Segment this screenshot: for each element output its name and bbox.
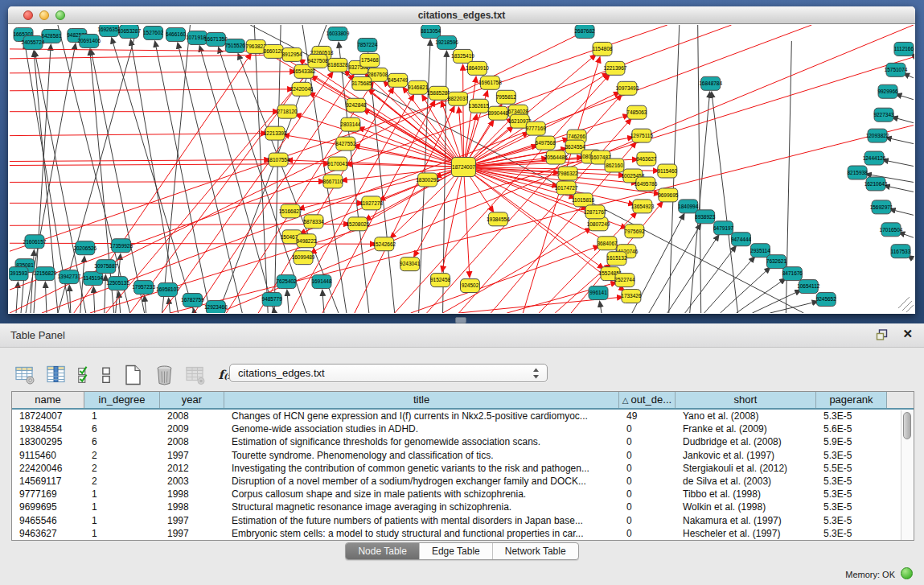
network-node[interactable]: 6466160 xyxy=(166,27,187,41)
network-node[interactable]: 15208026 xyxy=(346,217,369,231)
table-cell[interactable]: Hescheler et al. (1997) xyxy=(676,527,816,540)
table-cell[interactable]: 2008 xyxy=(160,435,224,448)
table-cell[interactable]: 1997 xyxy=(160,514,224,527)
rows-icon[interactable] xyxy=(100,364,113,386)
network-node[interactable]: 1112166 xyxy=(894,42,914,56)
table-cell[interactable]: 2 xyxy=(84,475,160,488)
table-cell[interactable]: 0 xyxy=(619,422,676,435)
network-node[interactable]: 7986322 xyxy=(558,167,579,180)
network-node[interactable]: 8427552 xyxy=(335,137,356,150)
network-node[interactable]: 924502 xyxy=(461,279,480,293)
network-node[interactable]: 10174727 xyxy=(555,181,578,195)
network-node[interactable]: 16958107 xyxy=(156,283,179,297)
network-node[interactable]: 19384554 xyxy=(487,212,510,226)
network-node[interactable]: 13654923 xyxy=(630,200,654,213)
network-node[interactable]: 16961758 xyxy=(478,76,502,89)
network-node[interactable]: 17359928 xyxy=(109,239,133,253)
table-column-icon[interactable] xyxy=(46,364,68,386)
tab-network-table[interactable]: Network Table xyxy=(493,543,578,559)
table-cell[interactable]: Changes of HCN gene expression and I(f) … xyxy=(224,410,619,422)
network-node[interactable]: 1362615 xyxy=(469,99,490,113)
split-pane-divider-handle[interactable] xyxy=(455,317,466,323)
network-node[interactable]: 10807249 xyxy=(587,217,610,231)
network-node[interactable]: 15242662 xyxy=(372,237,396,251)
table-row[interactable]: 1938455462009Genome-wide association stu… xyxy=(12,422,914,435)
table-cell[interactable]: de Silva et al. (2003) xyxy=(676,475,816,488)
column-header-title[interactable]: title xyxy=(224,392,619,408)
table-row[interactable]: 977716911998Corpus callosum shape and si… xyxy=(12,488,914,501)
network-node[interactable]: 15692971 xyxy=(870,200,893,214)
table-cell[interactable]: 5.6E-5 xyxy=(816,422,887,435)
table-cell[interactable]: 0 xyxy=(619,462,676,475)
network-node[interactable]: 8822037 xyxy=(448,92,469,105)
new-table-icon[interactable] xyxy=(122,364,144,386)
network-node[interactable]: 862160 xyxy=(605,159,624,172)
network-node[interactable]: 16848784 xyxy=(699,76,722,90)
table-cell[interactable]: 5.3E-5 xyxy=(816,475,887,488)
column-header-in-degree[interactable]: in_degree xyxy=(84,392,160,408)
network-node[interactable]: 391593 xyxy=(9,267,28,281)
delete-attribute-trash-icon[interactable] xyxy=(154,364,175,386)
network-node[interactable]: 2803144 xyxy=(340,117,361,131)
network-node[interactable]: 18300295 xyxy=(416,173,439,187)
network-node[interactable]: 1527602 xyxy=(143,26,164,39)
network-node[interactable]: 24055724 xyxy=(22,35,45,49)
table-cell[interactable]: 0 xyxy=(619,501,676,513)
network-node[interactable]: 9243041 xyxy=(400,257,421,271)
table-cell[interactable]: 2 xyxy=(84,462,160,475)
network-node[interactable]: 7632621 xyxy=(766,255,787,269)
table-row[interactable]: 911546021997Tourette syndrome. Phenomeno… xyxy=(12,449,914,462)
network-node[interactable]: 7857224 xyxy=(357,38,378,51)
table-cell[interactable]: 18300295 xyxy=(12,435,84,448)
network-node[interactable]: 9170041 xyxy=(327,157,348,171)
table-cell[interactable]: 5.3E-5 xyxy=(816,514,887,527)
network-canvas[interactable]: 1665301842858194825762405572420691406169… xyxy=(9,25,914,313)
table-cell[interactable]: 2 xyxy=(84,449,160,462)
table-cell[interactable]: 1997 xyxy=(160,449,224,462)
network-node[interactable]: 12156829 xyxy=(34,267,57,281)
table-cell[interactable]: Wolkin et al. (1998) xyxy=(676,501,816,513)
table-cell[interactable]: 2012 xyxy=(160,462,224,475)
network-node[interactable]: 7625402 xyxy=(277,275,298,289)
network-node[interactable]: 175468 xyxy=(360,53,380,67)
network-node[interactable]: 8990448 xyxy=(488,106,509,120)
network-node[interactable]: 8454749 xyxy=(388,73,409,87)
table-cell[interactable]: 5.3E-5 xyxy=(816,410,887,422)
column-header-name[interactable]: name xyxy=(12,392,84,408)
network-node[interactable]: 12975115 xyxy=(630,129,654,142)
table-cell[interactable]: Embryonic stem cells: a model to study s… xyxy=(224,527,619,540)
float-panel-icon[interactable] xyxy=(876,329,889,341)
table-cell[interactable]: 9465546 xyxy=(12,514,84,527)
network-node[interactable]: 8186328 xyxy=(327,58,348,72)
network-node[interactable]: 9427508 xyxy=(307,54,328,68)
table-cell[interactable]: 2009 xyxy=(160,422,224,435)
network-node[interactable]: 8667110 xyxy=(323,175,343,188)
table-cell[interactable]: 14569117 xyxy=(12,475,84,488)
close-window-button[interactable] xyxy=(23,10,33,20)
network-node[interactable]: 7955812 xyxy=(496,90,517,104)
network-node[interactable]: 11927278 xyxy=(360,196,384,210)
network-node[interactable]: 9699695 xyxy=(658,188,679,202)
network-node[interactable]: 2687682 xyxy=(574,25,595,38)
table-settings-icon[interactable] xyxy=(14,364,36,386)
network-node[interactable]: 5878334 xyxy=(303,215,324,229)
table-row[interactable]: 969969511998Structural magnetic resonanc… xyxy=(12,501,914,513)
column-header-pagerank[interactable]: pagerank xyxy=(816,392,887,408)
network-node[interactable]: 8912954 xyxy=(281,47,302,61)
network-node[interactable]: 9498223 xyxy=(296,234,317,248)
table-cell[interactable]: Investigating the contribution of common… xyxy=(224,462,619,475)
table-cell[interactable]: Stergiakouli et al. (2012) xyxy=(676,462,816,475)
table-cell[interactable]: Disruption of a novel member of a sodium… xyxy=(224,475,619,488)
table-cell[interactable]: Jankovic et al. (1997) xyxy=(676,449,816,462)
network-hub-node[interactable]: 18724007 xyxy=(452,158,476,177)
network-node[interactable]: 7515526 xyxy=(225,39,246,52)
network-node[interactable]: 17957233 xyxy=(132,281,155,295)
table-cell[interactable]: Estimation of significance thresholds fo… xyxy=(224,435,619,448)
table-cell[interactable]: 22420046 xyxy=(12,462,84,475)
network-node[interactable]: 6479197 xyxy=(713,221,734,235)
table-scrollbar-thumb[interactable] xyxy=(903,412,911,439)
table-cell[interactable]: 2003 xyxy=(160,475,224,488)
table-cell[interactable]: 6 xyxy=(84,435,160,448)
network-node[interactable]: 9152458 xyxy=(430,274,451,287)
table-cell[interactable]: 5.9E-5 xyxy=(816,435,887,448)
